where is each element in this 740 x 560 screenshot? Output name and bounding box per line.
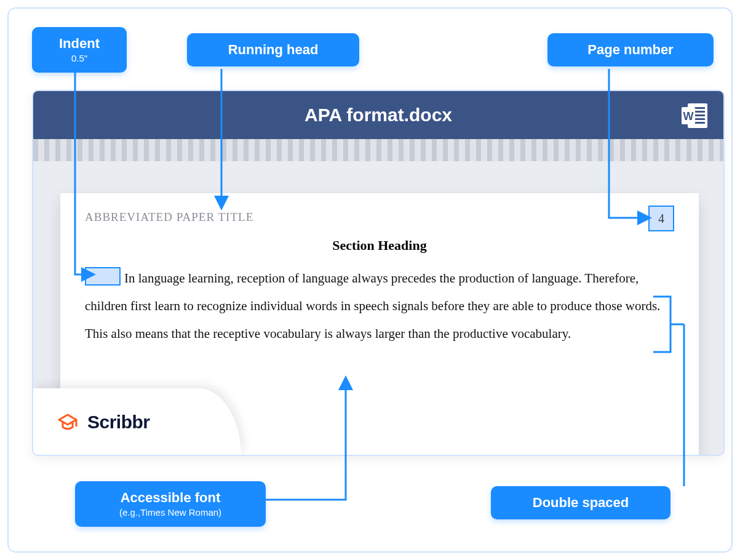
callout-accessible-font-label: Accessible font: [121, 490, 221, 505]
section-heading: Section Heading: [85, 238, 674, 254]
paper-area: ABBREVIATED PAPER TITLE 4 Section Headin…: [33, 161, 723, 455]
svg-text:W: W: [683, 110, 694, 122]
body-content: In language learning, reception of langu…: [85, 271, 660, 341]
document-window: APA format.docx W ABBREVIATED PAPER TITL…: [32, 90, 725, 456]
body-text: In language learning, reception of langu…: [85, 265, 674, 348]
callout-indent-label: Indent: [59, 36, 100, 51]
callout-indent: Indent 0.5": [32, 27, 127, 73]
indent-highlight: [85, 267, 121, 286]
scribbr-logo-icon: [57, 411, 79, 433]
page-number-box: 4: [648, 206, 674, 231]
running-head-text: ABBREVIATED PAPER TITLE: [85, 210, 674, 224]
document-filename: APA format.docx: [304, 105, 452, 126]
scribbr-brand-tab: Scribbr: [32, 388, 241, 456]
diagram-frame: Indent 0.5" Running head Page number APA…: [7, 7, 733, 553]
titlebar: APA format.docx W: [33, 91, 723, 139]
callout-indent-sub: 0.5": [49, 53, 109, 64]
page-number-value: 4: [658, 212, 664, 226]
callout-page-number: Page number: [547, 33, 714, 66]
scribbr-logo-text: Scribbr: [87, 412, 150, 433]
word-icon: W: [680, 101, 710, 130]
ruler: [33, 139, 723, 161]
callout-page-number-label: Page number: [587, 42, 673, 57]
callout-double-spaced-label: Double spaced: [533, 495, 629, 510]
callout-accessible-font: Accessible font (e.g.,Times New Roman): [75, 481, 266, 527]
callout-accessible-font-sub: (e.g.,Times New Roman): [92, 507, 249, 518]
callout-running-head-label: Running head: [228, 42, 319, 57]
callout-double-spaced: Double spaced: [491, 486, 670, 519]
callout-running-head: Running head: [187, 33, 359, 66]
